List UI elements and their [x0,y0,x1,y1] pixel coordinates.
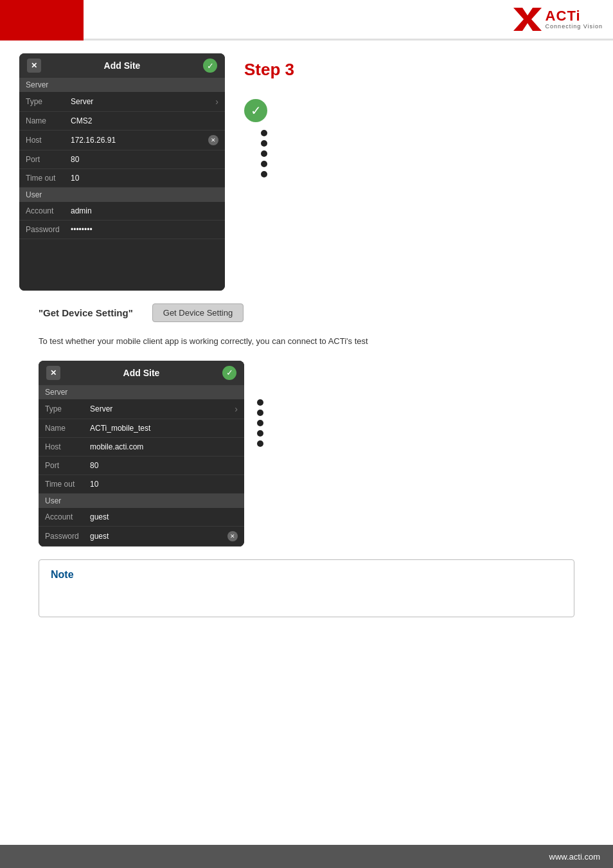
form1-password-row: Password •••••••• [19,221,225,239]
form2-type-value: Server [90,404,235,413]
form2-timeout-label: Time out [45,480,90,489]
dot-4 [261,161,267,167]
form2-host-value: mobile.acti.com [90,442,238,451]
form1-host-value: 172.16.26.91 [71,136,208,145]
form1-password-value: •••••••• [71,225,218,234]
main-content: ✕ Add Site ✓ Server Type Server › Name C… [0,41,613,643]
dot-3 [261,150,267,157]
step3-checkmark-icon: ✓ [244,99,267,122]
form1-header: ✕ Add Site ✓ [19,53,225,78]
form2-container: ✕ Add Site ✓ Server Type Server › Name A… [39,361,244,547]
form2-dot-5 [257,440,263,447]
form1-account-label: Account [26,206,71,215]
form2-dot-4 [257,430,263,437]
form2-section: ✕ Add Site ✓ Server Type Server › Name A… [39,361,574,547]
form1-password-label: Password [26,225,71,234]
form1-server-section: Server [19,78,225,92]
logo-sub-label: Connecting Vision [546,23,603,30]
get-device-row: "Get Device Setting" Get Device Setting [19,303,594,322]
acti-logo-icon [513,8,542,31]
form2-type-arrow[interactable]: › [235,404,238,414]
svg-marker-0 [513,8,542,31]
form1-name-label: Name [26,116,71,125]
form2-dot-2 [257,410,263,416]
form1-timeout-row: Time out 10 [19,169,225,188]
form2-timeout-value: 10 [90,480,238,489]
form2-port-label: Port [45,461,90,470]
form1-confirm-button[interactable]: ✓ [203,59,217,73]
form1-port-row: Port 80 [19,150,225,169]
form1-type-arrow[interactable]: › [215,96,218,107]
dot-5 [261,171,267,177]
form1-timeout-value: 10 [71,174,218,183]
form1-empty-area [19,239,225,291]
footer-url: www.acti.com [549,852,600,862]
form2-password-clear-button[interactable]: ✕ [227,531,238,541]
form2-password-row: Password guest ✕ [39,527,244,547]
form2-name-label: Name [45,424,90,433]
logo-text: ACTi Connecting Vision [546,9,603,30]
form1-title: Add Site [41,60,203,71]
form2-type-label: Type [45,404,90,413]
get-device-label: "Get Device Setting" [39,307,133,318]
form1-type-value: Server [71,97,215,106]
form2-password-label: Password [45,532,90,541]
form2-account-row: Account guest [39,508,244,527]
form2-port-row: Port 80 [39,457,244,475]
form2-type-row: Type Server › [39,399,244,419]
form2-account-label: Account [45,512,90,521]
form2-confirm-button[interactable]: ✓ [222,366,236,380]
form1-timeout-label: Time out [26,174,71,183]
form2-title: Add Site [60,368,222,378]
form2-close-button[interactable]: ✕ [46,366,60,380]
form2-dot-3 [257,420,263,426]
step3-section: ✕ Add Site ✓ Server Type Server › Name C… [19,53,594,291]
form2-host-row: Host mobile.acti.com [39,438,244,457]
form2-account-value: guest [90,512,238,521]
form1-name-value: CMS2 [71,116,218,125]
form2-name-row: Name ACTi_mobile_test [39,419,244,438]
form2-name-value: ACTi_mobile_test [90,424,238,433]
dot-2 [261,140,267,147]
footer: www.acti.com [0,845,613,868]
form1-host-label: Host [26,136,71,145]
form1-host-row: Host 172.16.26.91 ✕ [19,131,225,150]
form1-port-label: Port [26,155,71,164]
form1-close-button[interactable]: ✕ [27,59,41,73]
form2-password-value: guest [90,532,227,541]
logo-acti-label: ACTi [546,9,581,23]
step3-label: Step 3 [244,60,294,80]
header-red-accent [0,0,84,39]
header: ACTi Connecting Vision [0,0,613,39]
description-text: To test whether your mobile client app i… [39,335,574,348]
form2-timeout-row: Time out 10 [39,475,244,494]
form2-user-section: User [39,494,244,508]
form1-account-value: admin [71,206,218,215]
form2-host-label: Host [45,442,90,451]
logo: ACTi Connecting Vision [513,8,603,31]
form1-user-section: User [19,188,225,202]
get-device-button[interactable]: Get Device Setting [152,303,244,322]
form1-port-value: 80 [71,155,218,164]
form1-type-row: Type Server › [19,92,225,112]
dot-1 [261,130,267,136]
form2-progress-dots [257,361,263,447]
form1-host-clear-button[interactable]: ✕ [208,135,218,145]
step3-progress-dots [261,130,267,177]
note-title: Note [51,569,562,581]
form2-port-value: 80 [90,461,238,470]
form2-header: ✕ Add Site ✓ [39,361,244,385]
note-box: Note [39,559,574,617]
form2-dot-1 [257,399,263,406]
form1-type-label: Type [26,97,71,106]
form1-name-row: Name CMS2 [19,112,225,131]
form1-container: ✕ Add Site ✓ Server Type Server › Name C… [19,53,225,291]
form1-account-row: Account admin [19,202,225,221]
form2-server-section: Server [39,385,244,399]
